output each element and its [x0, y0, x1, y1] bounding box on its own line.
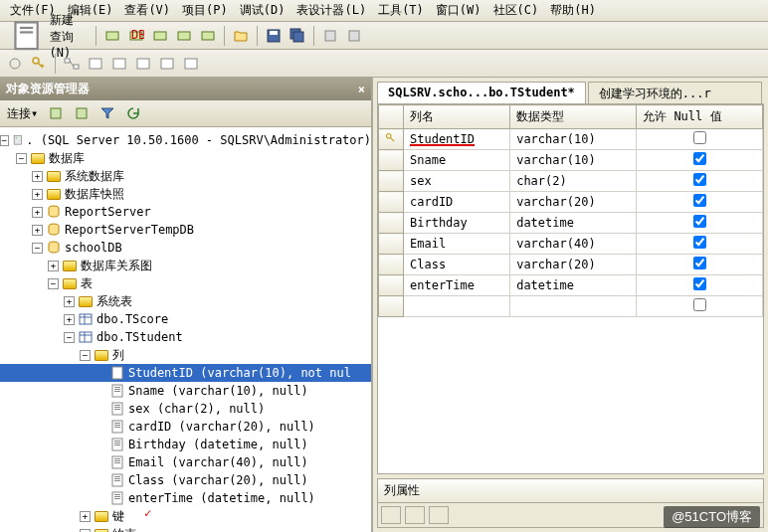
cell-allownull[interactable]	[637, 150, 763, 171]
cell-colname[interactable]: Email	[404, 234, 510, 255]
tree-column[interactable]: Email (varchar(40), null)	[0, 453, 371, 471]
allownull-checkbox[interactable]	[693, 131, 706, 144]
cell-colname[interactable]: enterTime	[404, 275, 510, 296]
td-btn-5[interactable]	[108, 53, 130, 75]
props-btn-3[interactable]	[429, 506, 449, 524]
cell-allownull[interactable]	[637, 129, 763, 150]
table-row[interactable]: StudentIDvarchar(10)	[379, 129, 763, 150]
allownull-checkbox[interactable]	[693, 215, 706, 228]
cell-datatype[interactable]: datetime	[510, 213, 637, 234]
cell-colname[interactable]: Class	[404, 255, 510, 275]
row-header[interactable]	[379, 234, 404, 255]
toolbar-btn-4[interactable]	[173, 25, 195, 47]
allownull-checkbox[interactable]	[693, 152, 706, 165]
tree-item[interactable]: +ReportServerTempDB	[0, 221, 371, 239]
expand-icon[interactable]: −	[32, 243, 43, 254]
menu-item[interactable]: 表设计器(L)	[290, 0, 372, 21]
document-tab[interactable]: SQLSRV.scho...bo.TStudent*	[377, 82, 586, 103]
td-btn-rel[interactable]	[61, 53, 83, 75]
expand-icon[interactable]: +	[48, 261, 59, 271]
expand-icon[interactable]: +	[80, 529, 91, 533]
row-header[interactable]	[379, 255, 404, 275]
allownull-checkbox[interactable]	[693, 173, 706, 186]
props-btn-alphabetical[interactable]	[405, 506, 425, 524]
tree-databases[interactable]: −数据库	[0, 149, 371, 167]
tree-item[interactable]: −表	[0, 274, 371, 292]
toolbar-btn-1[interactable]	[101, 25, 123, 47]
menu-item[interactable]: 社区(C)	[487, 0, 545, 21]
cell-colname[interactable]: sex	[404, 171, 510, 192]
tree-item[interactable]: +数据库关系图	[0, 257, 371, 274]
tree-column[interactable]: cardID (varchar(20), null)	[0, 418, 371, 436]
cell-datatype[interactable]: varchar(10)	[510, 150, 637, 171]
tree-column[interactable]: sex (char(2), null)	[0, 400, 371, 418]
toolbar-btn-5[interactable]	[197, 25, 219, 47]
td-btn-8[interactable]	[180, 53, 202, 75]
tree-item[interactable]: +ReportServer	[0, 203, 371, 221]
cell-allownull[interactable]	[637, 213, 763, 234]
grid-header-allownull[interactable]: 允许 Null 值	[637, 105, 763, 129]
new-query-button[interactable]: 新建查询(N)	[4, 25, 91, 47]
table-row[interactable]: Birthdaydatetime	[379, 213, 763, 234]
cell-allownull[interactable]	[637, 275, 763, 296]
document-tab[interactable]: 创建学习环境的...r (54))*	[588, 82, 762, 103]
cell-datatype[interactable]: varchar(10)	[510, 129, 637, 150]
tree-item[interactable]: +系统数据库	[0, 167, 371, 185]
tree-server[interactable]: −. (SQL Server 10.50.1600 - SQLSRV\Admin…	[0, 131, 371, 149]
tree-item[interactable]: +约束	[0, 525, 371, 532]
cell-allownull[interactable]	[637, 171, 763, 192]
cell-datatype[interactable]: datetime	[510, 275, 637, 296]
row-header[interactable]	[379, 171, 404, 192]
tree-keys[interactable]: +键✓	[0, 507, 371, 525]
allownull-checkbox[interactable]	[693, 277, 706, 290]
allownull-checkbox[interactable]	[693, 298, 706, 311]
cell-colname[interactable]: Birthday	[404, 213, 510, 234]
cell-datatype[interactable]: varchar(20)	[510, 192, 637, 213]
table-row[interactable]: Snamevarchar(10)	[379, 150, 763, 171]
open-button[interactable]	[230, 25, 252, 47]
tree-column[interactable]: StudentID (varchar(10), not nul	[0, 364, 371, 382]
cell-colname[interactable]: cardID	[404, 192, 510, 213]
expand-icon[interactable]: +	[32, 171, 43, 182]
tree-item[interactable]: −列	[0, 346, 371, 364]
td-btn-1[interactable]	[4, 53, 26, 75]
expand-icon[interactable]: −	[16, 153, 27, 164]
expand-icon[interactable]: +	[32, 225, 43, 236]
toolbar-btn-10[interactable]	[343, 25, 365, 47]
row-header[interactable]	[379, 192, 404, 213]
expand-icon[interactable]: +	[64, 314, 75, 325]
expand-icon[interactable]: −	[64, 332, 75, 343]
table-row[interactable]: cardIDvarchar(20)	[379, 192, 763, 213]
cell-allownull[interactable]	[637, 234, 763, 255]
menu-item[interactable]: 项目(P)	[176, 0, 234, 21]
tree-column[interactable]: Birthday (datetime, null)	[0, 436, 371, 453]
row-header[interactable]	[379, 129, 404, 150]
expand-icon[interactable]: +	[32, 207, 43, 218]
table-designer-grid[interactable]: 列名 数据类型 允许 Null 值 StudentIDvarchar(10)Sn…	[377, 103, 764, 474]
expand-icon[interactable]: −	[0, 135, 9, 146]
table-row[interactable]: enterTimedatetime	[379, 275, 763, 296]
expand-icon[interactable]: −	[48, 278, 59, 289]
toolbar-btn-9[interactable]	[319, 25, 341, 47]
row-header[interactable]	[379, 275, 404, 296]
row-header[interactable]	[379, 213, 404, 234]
save-button[interactable]	[263, 25, 285, 47]
row-header[interactable]	[379, 150, 404, 171]
props-btn-categorized[interactable]	[381, 506, 401, 524]
explorer-refresh-icon[interactable]	[122, 102, 144, 124]
tree-column[interactable]: Class (varchar(20), null)	[0, 471, 371, 489]
saveall-button[interactable]	[287, 25, 308, 47]
tree-item[interactable]: +数据库快照	[0, 185, 371, 203]
toolbar-btn-2[interactable]: DBs	[125, 25, 147, 47]
allownull-checkbox[interactable]	[693, 194, 706, 207]
grid-header-datatype[interactable]: 数据类型	[510, 105, 637, 129]
tree-item[interactable]: +系统表	[0, 292, 371, 310]
explorer-tbtn-1[interactable]	[45, 102, 67, 124]
tree-column[interactable]: enterTime (datetime, null)	[0, 489, 371, 507]
cell-datatype[interactable]: varchar(20)	[510, 255, 637, 275]
allownull-checkbox[interactable]	[693, 236, 706, 249]
menu-item[interactable]: 窗口(W)	[430, 0, 487, 21]
td-btn-key[interactable]	[28, 53, 50, 75]
td-btn-6[interactable]	[132, 53, 154, 75]
allownull-checkbox[interactable]	[693, 257, 706, 269]
